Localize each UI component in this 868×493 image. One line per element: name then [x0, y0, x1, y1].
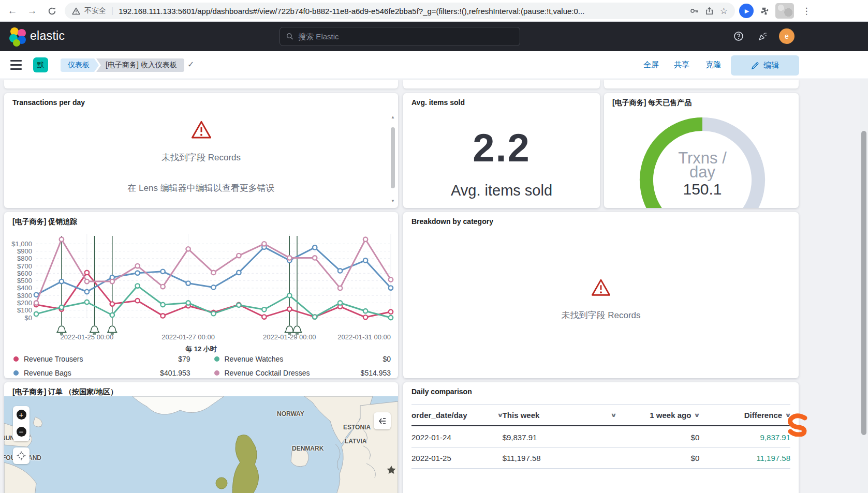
- cell-difference: 11,197.58: [699, 454, 790, 462]
- sort-chevron-icon[interactable]: ∨: [694, 412, 701, 419]
- search-input[interactable]: [298, 32, 513, 41]
- panel-products-sold-gauge: [电子商务] 每天已售产品 Trxns / day 150.1: [604, 93, 799, 208]
- error-message: 未找到字段 Records: [403, 309, 799, 321]
- password-key-icon[interactable]: [689, 6, 699, 16]
- column-header[interactable]: This week∨: [503, 411, 616, 420]
- svg-text:2022-01-31 00:00: 2022-01-31 00:00: [337, 333, 391, 341]
- nav-menu-icon[interactable]: [10, 60, 22, 70]
- reload-glyph: [48, 7, 56, 16]
- legend-color-dot: [214, 356, 219, 362]
- user-avatar[interactable]: e: [779, 28, 795, 44]
- table-row: 2022-01-24$9,837.91$09,837.91: [403, 427, 799, 447]
- map-label-estonia: ESTONIA: [343, 424, 371, 431]
- sort-chevron-icon[interactable]: ∨: [611, 412, 617, 419]
- screenshot-tool-watermark: [787, 413, 809, 437]
- cell-date: 2022-01-25: [411, 454, 503, 462]
- table-row: 2022-01-25$11,197.58$011,197.58: [403, 447, 799, 468]
- gauge-value: 150.1: [683, 181, 722, 198]
- map-label-norway: NORWAY: [277, 410, 304, 417]
- panel-title[interactable]: [电子商务] 订单 （按国家/地区）: [12, 387, 117, 397]
- extensions-puzzle-icon[interactable]: [757, 4, 771, 18]
- panel-title[interactable]: Breakdown by category: [411, 217, 493, 226]
- legend-series-name: Revenue Bags: [24, 369, 71, 377]
- clone-button[interactable]: 克隆: [705, 60, 721, 70]
- sort-chevron-icon[interactable]: ∨: [497, 412, 504, 419]
- panel-scrollbar[interactable]: ▲ ▼: [390, 115, 396, 204]
- x-axis-title: 每 12 小时: [4, 345, 398, 354]
- svg-text:$800: $800: [17, 255, 32, 262]
- breadcrumb-dashboards[interactable]: 仪表板: [61, 58, 99, 72]
- forward-icon[interactable]: →: [25, 4, 39, 18]
- promotion-line-chart[interactable]: $0$100$200$300$400$500$600$700$800$900$1…: [6, 229, 396, 346]
- legend-item[interactable]: Revenue Bags$401.953: [13, 369, 190, 377]
- row-divider: [411, 468, 790, 469]
- legend-item[interactable]: Revenue Trousers$79: [13, 355, 190, 363]
- panel-partial-left: [4, 80, 398, 88]
- legend-item[interactable]: Revenue Cocktail Dresses$514.953: [214, 369, 391, 377]
- legend-series-value: $0: [382, 355, 391, 363]
- cell-date: 2022-01-24: [411, 433, 503, 442]
- share-page-icon[interactable]: [705, 7, 714, 16]
- panel-promotion-tracking: [电子商务] 促销追踪 $0$100$200$300$400$500$600$7…: [4, 212, 398, 378]
- url-bar[interactable]: 不安全 | 192.168.111.133:5601/app/dashboard…: [65, 3, 735, 19]
- reload-icon[interactable]: [45, 4, 59, 18]
- cell-this-week: $9,837.91: [503, 433, 616, 442]
- scroll-thumb[interactable]: [391, 127, 395, 188]
- map-zoom-out-button[interactable]: −: [13, 423, 30, 440]
- map-basemap: [4, 396, 398, 493]
- map-locate-button[interactable]: [13, 447, 30, 464]
- scroll-down-icon[interactable]: ▼: [390, 199, 396, 204]
- newsfeed-icon[interactable]: [757, 31, 768, 44]
- panel-title[interactable]: Avg. items sold: [411, 98, 465, 107]
- extension-play-icon[interactable]: ▶: [739, 4, 754, 18]
- map-canvas[interactable]: NORWAY ESTONIA LATVIA DENMARK NUNAVUT NE…: [4, 396, 398, 493]
- browser-profile-avatar[interactable]: [775, 3, 794, 19]
- elastic-logo-icon[interactable]: [9, 27, 27, 46]
- column-header-label: This week: [503, 411, 540, 420]
- legend-series-value: $401.953: [160, 369, 190, 377]
- chart-legend: Revenue Trousers$79Revenue Watches$0Reve…: [13, 355, 391, 377]
- error-message: 未找到字段 Records: [4, 152, 398, 163]
- bookmark-star-icon[interactable]: ☆: [720, 6, 728, 17]
- column-header-label: 1 week ago: [650, 411, 691, 420]
- url-text[interactable]: 192.168.111.133:5601/app/dashboards#/vie…: [119, 7, 683, 16]
- page-scrollbar[interactable]: [860, 79, 868, 493]
- breadcrumb-current: [电子商务] 收入仪表板: [96, 58, 184, 72]
- edit-button[interactable]: 编辑: [731, 55, 799, 76]
- fullscreen-button[interactable]: 全屏: [643, 60, 659, 70]
- panel-title[interactable]: Transactions per day: [12, 98, 85, 107]
- column-header[interactable]: 1 week ago∨: [616, 411, 699, 420]
- legend-color-dot: [13, 370, 19, 376]
- global-search-bar[interactable]: [279, 27, 520, 46]
- column-header[interactable]: order_date/day∨: [411, 411, 503, 420]
- help-icon[interactable]: [733, 31, 744, 43]
- pencil-icon: [751, 62, 759, 70]
- map-label-denmark: DENMARK: [292, 445, 323, 452]
- column-header[interactable]: Difference∨: [699, 411, 790, 420]
- back-icon[interactable]: ←: [5, 4, 20, 18]
- security-label[interactable]: 不安全: [84, 6, 106, 16]
- share-button[interactable]: 共享: [674, 60, 689, 70]
- legend-item[interactable]: Revenue Watches$0: [214, 355, 391, 363]
- column-header-label: Difference: [744, 411, 782, 420]
- map-zoom-in-button[interactable]: +: [13, 406, 30, 423]
- space-switcher-badge[interactable]: 默: [33, 57, 48, 72]
- map-legend-toggle-button[interactable]: [374, 412, 391, 429]
- legend-color-dot: [13, 356, 19, 362]
- elastic-brand-text[interactable]: elastic: [30, 29, 65, 43]
- panel-title[interactable]: Daily comparison: [411, 387, 472, 396]
- panel-title[interactable]: [电子商务] 促销追踪: [12, 217, 77, 227]
- legend-series-value: $79: [178, 355, 190, 363]
- svg-text:$700: $700: [17, 262, 32, 270]
- map-label-latvia: LATVIA: [345, 438, 366, 445]
- gauge-label-line2: day: [689, 163, 715, 181]
- browser-toolbar: ← → 不安全 | 192.168.111.133:5601/app/dashb…: [0, 0, 868, 22]
- panel-daily-comparison: Daily comparison order_date/day∨This wee…: [403, 382, 799, 493]
- svg-text:2022-01-27 00:00: 2022-01-27 00:00: [161, 333, 215, 341]
- url-divider: |: [111, 6, 113, 16]
- page-scroll-thumb[interactable]: [861, 131, 866, 435]
- scroll-up-icon[interactable]: ▲: [390, 115, 396, 120]
- minus-icon: −: [17, 427, 26, 437]
- saved-check-icon[interactable]: ✓: [187, 59, 194, 69]
- browser-menu-kebab-icon[interactable]: ⋮: [799, 4, 814, 18]
